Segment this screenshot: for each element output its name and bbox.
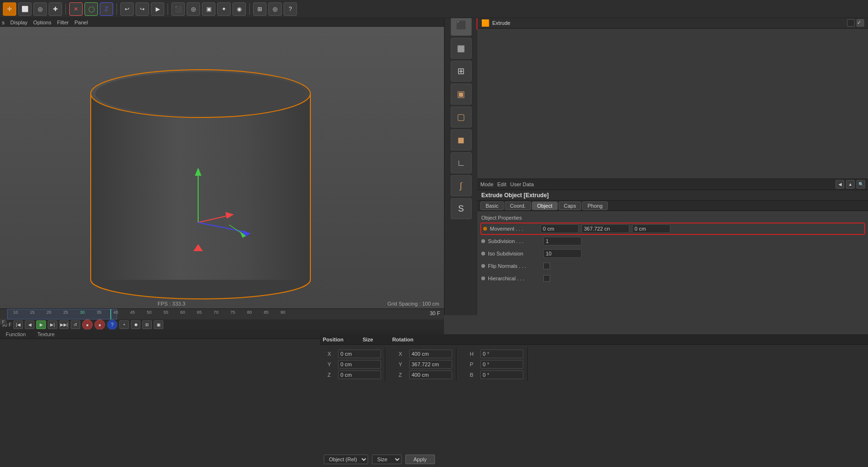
tab-basic[interactable]: Basic [480,202,504,210]
x-label: X [328,351,334,357]
grid-btn[interactable]: ⊞ [253,2,266,16]
play-btn[interactable]: ▶ [36,320,46,329]
rot-b-row: B [470,371,523,379]
extrude-list-item[interactable]: 🟧 Extrude ✓ [477,17,868,29]
size-x-input[interactable] [409,350,452,358]
select-tool-btn[interactable]: ⬜ [18,2,32,16]
move-tool-btn[interactable]: ✛ [3,2,16,16]
rot-b-input[interactable] [480,371,523,379]
record-btn[interactable]: ● [82,319,93,329]
go-start-btn[interactable]: |◀ [13,320,23,329]
menu-options[interactable]: Options [33,20,52,25]
cylinder-viewport [72,46,339,308]
mode-menu[interactable]: Mode [480,181,494,187]
line-btn[interactable]: ∟ [451,152,472,173]
render-btn[interactable]: ▶ [151,2,164,16]
small-box-btn[interactable]: ◼ [451,129,472,150]
object-props-label: Object Properties [481,214,864,222]
b-label: B [470,372,476,378]
key-btn[interactable]: ? [107,319,117,329]
pos-x-input[interactable] [338,350,381,358]
size-y-input[interactable] [409,360,452,369]
rot-p-row: P [470,360,523,369]
sphere-btn[interactable]: ◎ [187,2,200,16]
grid-btn2[interactable]: ⊞ [451,61,472,82]
pos-y-input[interactable] [338,360,381,369]
position-content: X Y Z X Y Z [320,345,868,384]
iso-subdivision-input[interactable] [543,249,582,258]
coord-mode-select[interactable]: Object (Rel) World [324,455,368,464]
rotation-header: Rotation [392,337,413,342]
size-mode-select[interactable]: Size Scale [372,455,402,464]
pos-z-input[interactable] [338,371,381,379]
menu-s[interactable]: s [2,20,5,25]
menu-filter[interactable]: Filter [57,20,69,25]
next-frame-btn[interactable]: ▶| [48,320,57,329]
frame-btn[interactable]: ▣ [154,320,163,329]
menu-display[interactable]: Display [11,20,28,25]
viewport[interactable]: FPS : 333.3 Grid Spacing : 100 cm [0,27,444,308]
menu-panel[interactable]: Panel [74,20,88,25]
grid-label: Grid Spacing : 100 cm [387,301,439,307]
position-bar: Position Size Rotation [320,334,868,345]
flip-normals-row: Flip Normals . . . [481,261,864,271]
movement-x-input[interactable] [540,224,579,233]
rot-p-input[interactable] [480,360,523,369]
redo-btn[interactable]: ↪ [136,2,149,16]
light-btn[interactable]: ✦ [217,2,231,16]
sep1 [65,3,66,15]
visibility-toggle[interactable] [847,19,855,27]
rot-h-input[interactable] [480,350,523,358]
y-axis-btn[interactable]: ◯ [85,2,98,16]
function-tab[interactable]: Function [4,330,28,338]
movement-y-input[interactable] [582,224,629,233]
plane-btn[interactable]: ▣ [202,2,215,16]
loop-btn[interactable]: ↺ [71,320,80,329]
tab-object[interactable]: Object [532,202,558,210]
edit-menu[interactable]: Edit [498,181,507,187]
go-end-btn[interactable]: ▶▶| [59,320,69,329]
render-toggle[interactable]: ✓ [857,19,864,27]
grid2-btn[interactable]: ⊞ [142,320,152,329]
subdivision-input[interactable] [543,237,582,245]
viewport-btn[interactable]: ◎ [268,2,282,16]
texture-tab[interactable]: Texture [35,330,56,338]
movement-z-input[interactable] [632,224,670,233]
add-key-btn[interactable]: + [119,320,129,329]
hierarchical-checkbox[interactable] [543,275,550,282]
tab-caps[interactable]: Caps [559,202,582,210]
camera-btn[interactable]: ◉ [233,2,246,16]
iso-subdivision-dot [481,252,485,255]
x-axis-btn[interactable]: ✕ [69,2,83,16]
apply-button[interactable]: Apply [405,455,435,464]
box-btn[interactable]: ▣ [451,84,472,105]
prev-frame-btn[interactable]: ◀ [25,320,34,329]
auto-key-btn[interactable]: ● [95,319,105,329]
search-icon2[interactable]: 🔍 [857,180,865,189]
help-btn[interactable]: ? [284,2,297,16]
props-tabs: Basic Coord. Object Caps Phong [477,201,868,211]
pos-y-row: Y [328,360,381,369]
size-x-row: X [399,350,452,358]
open-box-btn[interactable]: ▢ [451,106,472,127]
record2-btn[interactable]: ⏺ [131,320,140,329]
nav-left-icon[interactable]: ◀ [836,180,844,189]
flip-normals-checkbox[interactable] [543,263,550,269]
scale-tool-btn[interactable]: ✚ [49,2,62,16]
checker-btn[interactable]: ▦ [451,38,472,59]
bottom-dropdowns: Object (Rel) World Size Scale Apply [324,455,435,464]
size-z-input[interactable] [409,371,452,379]
rotate-tool-btn[interactable]: ◎ [33,2,47,16]
cube-btn[interactable]: ⬛ [171,2,185,16]
s-btn[interactable]: S [451,198,472,219]
subdivision-row: Subdivision . . . [481,236,864,246]
position-section: X Y Z [324,348,385,381]
undo-btn[interactable]: ↩ [120,2,134,16]
tab-coord[interactable]: Coord. [505,202,531,210]
z-axis-btn[interactable]: Z [100,2,113,16]
curve-btn[interactable]: ∫ [451,175,472,196]
userdata-menu[interactable]: User Data [510,181,534,187]
timeline-area: 10 15 20 25 30 35 40 45 50 55 60 65 70 7… [0,308,444,329]
tab-phong[interactable]: Phong [582,202,608,210]
nav-up-icon[interactable]: ▲ [846,180,855,189]
